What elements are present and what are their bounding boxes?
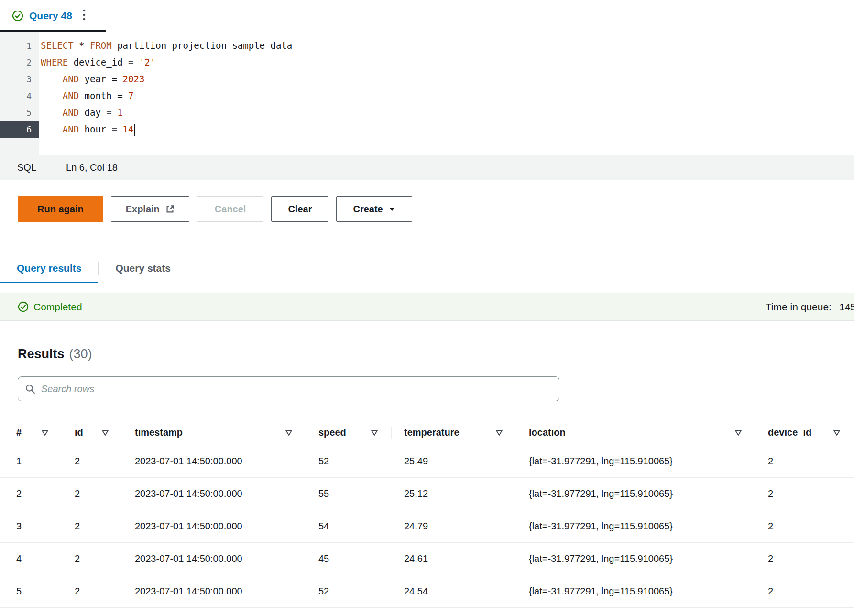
code-token [41,74,63,84]
line-number: 3 [0,71,39,88]
table-cell: 3 [0,510,62,542]
time-in-queue: Time in queue:145 [766,301,854,313]
code-line: SELECT * FROM partition_projection_sampl… [41,37,854,54]
table-cell: 2 [755,575,854,607]
code-token: '2' [139,57,155,67]
external-link-icon [165,205,175,214]
query-tab-bar: Query 48 [0,0,854,32]
line-number: 4 [0,88,39,104]
filter-icon[interactable] [41,429,49,436]
table-cell: 2 [755,445,854,477]
code-line: AND day = 1 [41,104,854,121]
code-line: AND year = 2023 [41,71,854,88]
code-token: SELECT [41,40,74,51]
column-header-id: id [62,420,122,445]
table-row: 122023-07-01 14:50:00.0005225.49{lat=-31… [0,445,854,478]
cancel-button[interactable]: Cancel [197,196,264,222]
results-table: #idtimestampspeedtemperaturelocationdevi… [0,420,854,608]
sql-editor[interactable]: 123456 SELECT * FROM partition_projectio… [0,32,854,155]
code-token: AND [63,90,79,101]
table-cell: 24.79 [392,510,516,542]
code-token: day = [79,107,117,118]
column-header-timestamp: timestamp [122,420,306,445]
tab-query-results[interactable]: Query results [0,253,98,283]
filter-icon[interactable] [285,429,293,436]
table-cell: 24.61 [392,543,516,575]
query-tab-title: Query 48 [29,10,72,22]
results-tab-bar: Query results Query stats [0,253,854,283]
column-label: location [529,427,566,438]
code-token: 7 [128,90,133,101]
table-cell: 2 [62,445,122,477]
column-label: speed [318,427,346,438]
table-cell: {lat=-31.977291, lng=115.910065} [516,478,755,510]
tab-query[interactable]: Query 48 [0,0,72,32]
tab-menu-button[interactable] [79,0,89,32]
column-label: # [16,427,22,438]
status-text: Completed [33,301,82,313]
table-cell: 25.49 [392,445,516,477]
table-cell: 2023-07-01 14:50:00.000 [122,478,306,510]
filter-icon[interactable] [495,429,503,436]
column-label: temperature [404,427,460,438]
explain-button[interactable]: Explain [111,196,189,222]
table-cell: {lat=-31.977291, lng=115.910065} [516,575,755,607]
table-cell: 52 [306,445,392,477]
filter-icon[interactable] [734,429,742,436]
table-cell: 24.54 [392,575,516,607]
results-title: Results [18,347,65,362]
editor-gutter: 123456 [0,32,39,155]
code-line: AND month = 7 [41,88,854,104]
table-cell: 52 [306,575,392,607]
queue-label: Time in queue: [766,301,832,312]
table-cell: 4 [0,543,62,575]
query-status-banner: Completed Time in queue:145 [0,293,854,321]
code-token: AND [63,107,79,118]
code-token [41,107,63,118]
search-rows-input[interactable] [41,384,552,395]
code-token: * [74,40,90,51]
table-cell: 2023-07-01 14:50:00.000 [122,575,306,607]
column-label: id [75,427,83,438]
table-cell: 2 [62,575,122,607]
tab-query-stats[interactable]: Query stats [99,253,187,283]
code-token: device_id = [68,57,139,67]
code-token: 1 [117,107,122,118]
filter-icon[interactable] [833,429,841,436]
magnifier-icon [25,384,35,394]
print-margin-ruler [558,32,558,155]
explain-button-label: Explain [126,204,160,215]
filter-icon[interactable] [371,429,378,436]
filter-icon[interactable] [101,429,109,436]
cursor-position-label: Ln 6, Col 18 [66,162,118,173]
code-token: WHERE [41,57,68,67]
column-header-temperature: temperature [392,420,516,445]
column-header-location: location [516,420,755,445]
table-cell: 2023-07-01 14:50:00.000 [122,445,306,477]
clear-button[interactable]: Clear [271,196,328,222]
table-cell: 25.12 [392,478,516,510]
code-token: 2023 [123,74,145,84]
create-button-label: Create [353,204,383,215]
results-heading: Results (30) [18,347,854,362]
table-cell: 45 [306,543,392,575]
table-cell: {lat=-31.977291, lng=115.910065} [516,445,755,477]
editor-status-bar: SQL Ln 6, Col 18 [0,155,854,180]
table-cell: 2 [0,478,62,510]
code-line: WHERE device_id = '2' [41,54,854,71]
table-cell: {lat=-31.977291, lng=115.910065} [516,510,755,542]
editor-code[interactable]: SELECT * FROM partition_projection_sampl… [39,32,854,155]
table-header-row: #idtimestampspeedtemperaturelocationdevi… [0,420,854,445]
line-number: 6 [0,121,39,138]
create-button[interactable]: Create [336,196,412,222]
table-row: 222023-07-01 14:50:00.0005525.12{lat=-31… [0,478,854,510]
code-token [41,124,63,134]
editor-language-label: SQL [17,162,36,173]
code-token: FROM [90,40,112,51]
table-cell: 2 [62,478,122,510]
column-label: device_id [768,427,811,438]
table-cell: 55 [306,478,392,510]
code-token: 14 [123,124,134,134]
run-again-button[interactable]: Run again [18,196,103,222]
results-count: (30) [69,347,92,362]
